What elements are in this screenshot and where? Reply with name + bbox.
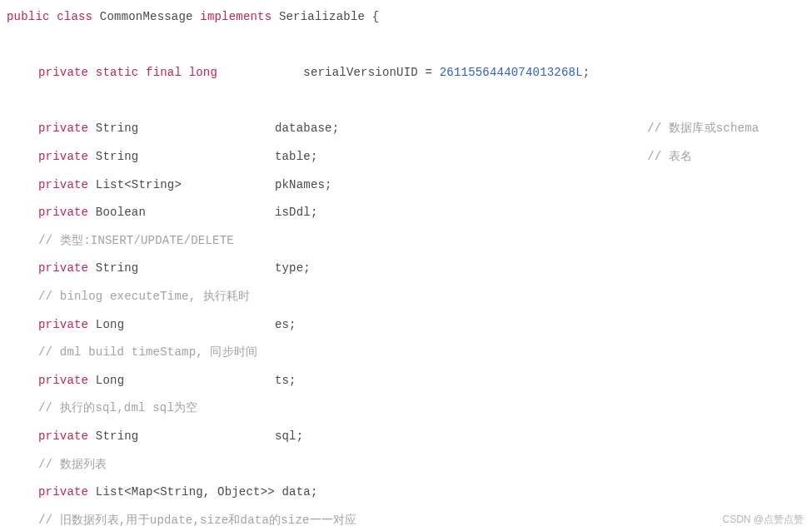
name: type; [275, 261, 311, 275]
comment: // 表名 [647, 150, 692, 163]
comment-old: // 旧数据列表,用于update,size和data的size一一对应 [7, 507, 805, 531]
blank-line [7, 32, 805, 60]
kw-static: static [96, 66, 139, 79]
comment: // 数据列表 [38, 458, 107, 471]
brace-open: { [372, 10, 380, 23]
type: List<String> [96, 178, 182, 191]
field-database: private String database; // 数据库或schema [7, 115, 805, 143]
kw-long: long [189, 66, 217, 79]
comment: // 执行的sql,dml sql为空 [38, 401, 197, 414]
kw-public: public [7, 10, 50, 23]
equals: = [426, 66, 433, 79]
comment-ts: // dml build timeStamp, 同步时间 [7, 339, 805, 367]
comment-es: // binlog executeTime, 执行耗时 [7, 283, 805, 311]
name: es; [275, 318, 296, 331]
kw-private: private [38, 429, 88, 443]
comment: // binlog executeTime, 执行耗时 [38, 290, 251, 303]
name: data; [281, 485, 317, 499]
kw-private: private [38, 318, 88, 331]
kw-final: final [146, 66, 182, 79]
svuid-name: serialVersionUID [303, 66, 418, 79]
kw-private: private [38, 66, 88, 79]
kw-private: private [38, 374, 88, 387]
comment: // 旧数据列表,用于update,size和data的size一一对应 [38, 514, 356, 527]
kw-private: private [38, 150, 88, 163]
kw-private: private [38, 261, 88, 275]
type: String [96, 150, 139, 163]
field-table: private String table; // 表名 [7, 143, 805, 171]
name: isDdl; [275, 206, 318, 219]
field-es: private Long es; [7, 311, 805, 340]
comment-data: // 数据列表 [7, 451, 805, 479]
svuid-value: 2611556444074013268L [440, 66, 583, 79]
type: String [96, 429, 139, 443]
type: Long [96, 374, 124, 387]
name: database; [275, 122, 339, 135]
field-pknames: private List<String> pkNames; [7, 171, 805, 200]
name: pkNames; [275, 178, 332, 191]
field-serialversionuid: private static final long serialVersionU… [7, 59, 805, 87]
field-type: private String type; [7, 255, 805, 283]
blank-line [7, 87, 805, 116]
comment: // 类型:INSERT/UPDATE/DELETE [38, 234, 234, 247]
kw-private: private [38, 122, 88, 135]
field-sql: private String sql; [7, 423, 805, 451]
kw-private: private [38, 206, 88, 219]
code-block: public class CommonMessage implements Se… [7, 3, 805, 531]
type: String [96, 261, 139, 275]
semi: ; [583, 66, 590, 79]
comment: // 数据库或schema [647, 122, 759, 135]
interface-name: Serializable [279, 10, 365, 23]
comment: // dml build timeStamp, 同步时间 [38, 345, 257, 359]
class-name: CommonMessage [100, 10, 193, 23]
kw-implements: implements [200, 10, 271, 23]
type: String [96, 122, 139, 135]
class-declaration: public class CommonMessage implements Se… [7, 3, 805, 32]
kw-class: class [57, 10, 92, 23]
type: List<Map<String, Object>> [96, 485, 275, 499]
watermark: CSDN @点赞点赞 [722, 514, 804, 524]
type: Long [96, 318, 124, 331]
name: sql; [275, 429, 303, 443]
field-data: private List<Map<String, Object>> data; [7, 479, 805, 507]
comment-type: // 类型:INSERT/UPDATE/DELETE [7, 227, 805, 256]
name: table; [275, 150, 318, 163]
kw-private: private [38, 178, 88, 191]
name: ts; [275, 374, 296, 387]
field-isddl: private Boolean isDdl; [7, 199, 805, 227]
field-ts: private Long ts; [7, 367, 805, 395]
kw-private: private [38, 485, 88, 499]
comment-sql: // 执行的sql,dml sql为空 [7, 395, 805, 423]
type: Boolean [96, 206, 146, 219]
